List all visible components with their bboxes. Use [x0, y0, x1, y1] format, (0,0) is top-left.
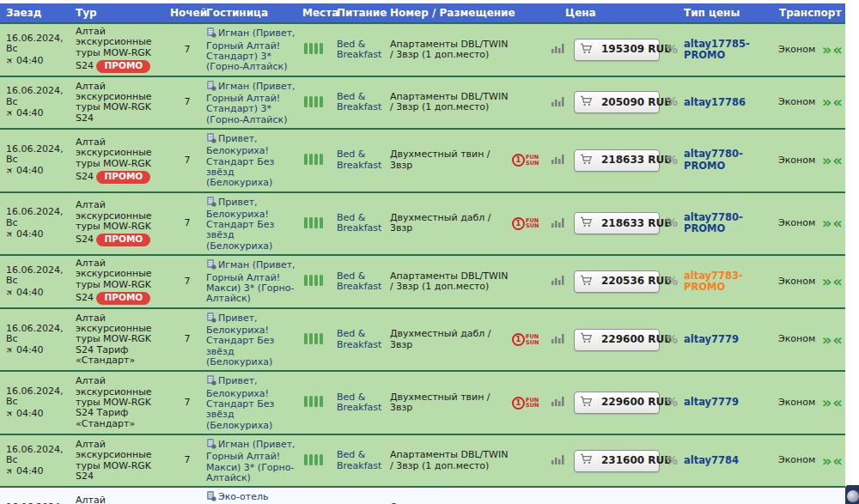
hotel-info-icon[interactable]: [206, 27, 216, 40]
stats-cell[interactable]: [550, 192, 572, 256]
hotel-cell[interactable]: Привет, Белокуриха! Стандарт Без звёзд (…: [204, 129, 301, 192]
percent-icon[interactable]: %: [666, 453, 678, 467]
price-type-cell[interactable]: altay7779: [682, 308, 777, 372]
price-type-cell[interactable]: altay7779: [682, 371, 777, 434]
hotel-cell[interactable]: Привет, Белокуриха! Стандарт Без звёзд (…: [204, 308, 301, 372]
price-type-link[interactable]: altay7779: [684, 333, 739, 345]
stats-cell[interactable]: [550, 129, 572, 192]
percent-icon[interactable]: %: [666, 94, 678, 108]
price-history-chart-icon[interactable]: [551, 395, 564, 410]
hotel-cell[interactable]: Привет, Белокуриха! Стандарт Без звёзд (…: [204, 192, 301, 256]
checkin-cell: 16.06.2024, Вс ✈ 04:40: [0, 434, 74, 487]
buy-price-button[interactable]: 218633 RUB: [574, 212, 660, 234]
expand-icon[interactable]: »: [822, 151, 832, 169]
expand-icon[interactable]: »: [822, 393, 832, 411]
stats-cell[interactable]: [550, 371, 572, 434]
buy-price-button[interactable]: 229600 RUB: [574, 392, 660, 414]
percent-icon[interactable]: %: [666, 216, 678, 229]
collapse-icon[interactable]: «: [832, 272, 842, 290]
price-type-link[interactable]: altay7784: [684, 454, 739, 466]
expand-icon[interactable]: »: [822, 331, 832, 349]
price-history-chart-icon[interactable]: [551, 216, 564, 231]
flight-details-toggle[interactable]: »«: [822, 334, 842, 346]
floating-widget-button[interactable]: [845, 485, 859, 504]
price-type-link[interactable]: altay7780-PROMO: [684, 211, 743, 234]
collapse-icon[interactable]: «: [832, 452, 842, 470]
collapse-icon[interactable]: «: [832, 331, 842, 349]
percent-icon[interactable]: %: [666, 42, 678, 56]
price-cell: 229600 RUB: [572, 308, 661, 372]
price-history-chart-icon[interactable]: [551, 153, 564, 167]
stats-cell[interactable]: [550, 76, 572, 129]
collapse-icon[interactable]: «: [832, 214, 842, 232]
flight-details-toggle[interactable]: »«: [822, 276, 842, 288]
expand-icon[interactable]: »: [822, 214, 832, 232]
price-history-chart-icon[interactable]: [551, 42, 564, 57]
hotel-cell[interactable]: Игман (Привет, Горный Алтай! Макси) 3* (…: [204, 434, 301, 487]
stats-cell[interactable]: [550, 308, 572, 372]
expand-icon[interactable]: »: [822, 452, 832, 470]
price-type-cell[interactable]: altay7780-PROMO: [682, 129, 777, 192]
percent-icon[interactable]: %: [666, 332, 678, 346]
hotel-cell[interactable]: Игман (Привет, Горный Алтай! Стандарт) 3…: [204, 76, 301, 129]
hotel-info-icon[interactable]: [206, 490, 216, 504]
expand-icon[interactable]: »: [822, 40, 832, 58]
expand-icon[interactable]: »: [822, 272, 832, 290]
percent-icon[interactable]: %: [666, 395, 678, 409]
hotel-info-icon[interactable]: [206, 80, 216, 94]
flight-details-toggle[interactable]: »«: [822, 96, 842, 108]
hotel-cell[interactable]: Эко-отель Таежник (Привет, Горный Алтай!…: [204, 487, 301, 504]
hotel-info-icon[interactable]: [206, 132, 216, 146]
price-type-link[interactable]: altay17786: [684, 96, 746, 108]
hotel-cell[interactable]: Игман (Привет, Горный Алтай! Стандарт) 3…: [204, 23, 301, 76]
buy-price-button[interactable]: 205090 RUB: [574, 91, 660, 113]
expand-icon[interactable]: »: [822, 93, 832, 111]
hotel-info-icon[interactable]: [206, 258, 216, 272]
flight-details-toggle[interactable]: »«: [822, 397, 842, 409]
operator-cell: [510, 23, 550, 76]
nights-cell: 7: [170, 192, 204, 256]
discount-cell[interactable]: %: [661, 487, 682, 504]
price-history-chart-icon[interactable]: [551, 274, 564, 288]
collapse-icon[interactable]: «: [832, 93, 842, 111]
collapse-icon[interactable]: «: [832, 393, 842, 411]
hotel-info-icon[interactable]: [206, 312, 216, 325]
price-type-cell[interactable]: altay17785-PROMO: [682, 23, 777, 76]
stats-cell[interactable]: [550, 434, 572, 487]
flight-details-toggle[interactable]: »«: [822, 455, 842, 467]
price-type-cell[interactable]: altay7784: [682, 434, 777, 487]
collapse-icon[interactable]: «: [832, 151, 842, 169]
price-type-link[interactable]: altay7779: [684, 396, 739, 408]
buy-price-button[interactable]: 220536 RUB: [574, 270, 660, 293]
hotel-cell[interactable]: Игман (Привет, Горный Алтай! Макси) 3* (…: [204, 255, 301, 308]
hotel-cell[interactable]: Привет, Белокуриха! Стандарт Без звёзд (…: [204, 371, 301, 434]
price-type-cell[interactable]: altay7780-PROMO: [682, 192, 777, 256]
hotel-info-icon[interactable]: [206, 374, 216, 388]
price-history-chart-icon[interactable]: [551, 453, 564, 468]
buy-price-button[interactable]: 231600 RUB: [574, 450, 660, 472]
price-type-link[interactable]: altay7783-PROMO: [684, 270, 743, 293]
stats-cell[interactable]: [550, 487, 572, 504]
hotel-info-icon[interactable]: [206, 196, 216, 209]
price-type-cell[interactable]: altay1000004131-PROMO: [682, 487, 777, 504]
buy-price-button[interactable]: 195309 RUB: [574, 39, 660, 61]
flight-details-toggle[interactable]: »«: [822, 155, 842, 167]
stats-cell[interactable]: [550, 23, 572, 76]
flight-details-toggle[interactable]: »«: [822, 217, 842, 229]
percent-icon[interactable]: %: [666, 153, 678, 167]
price-history-chart-icon[interactable]: [551, 332, 564, 347]
buy-price-button[interactable]: 218633 RUB: [574, 149, 660, 172]
buy-price-button[interactable]: 229600 RUB: [574, 329, 660, 351]
stats-cell[interactable]: [550, 255, 572, 308]
price-type-cell[interactable]: altay17786: [682, 76, 777, 129]
price-type-link[interactable]: altay17785-PROMO: [684, 38, 750, 61]
collapse-icon[interactable]: «: [832, 40, 842, 58]
table-row: 16.06.2024, Вс ✈ 04:40 Алтай экскурсионн…: [0, 129, 845, 192]
percent-icon[interactable]: %: [666, 274, 678, 288]
cart-icon: [580, 216, 593, 231]
hotel-info-icon[interactable]: [206, 438, 216, 452]
price-type-link[interactable]: altay7780-PROMO: [684, 148, 743, 171]
price-history-chart-icon[interactable]: [551, 95, 564, 110]
price-type-cell[interactable]: altay7783-PROMO: [682, 255, 777, 308]
flight-details-toggle[interactable]: »«: [822, 44, 842, 56]
